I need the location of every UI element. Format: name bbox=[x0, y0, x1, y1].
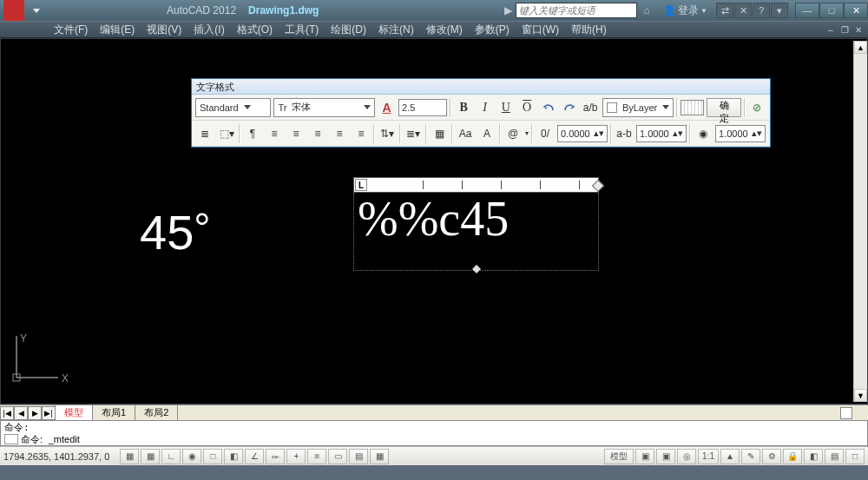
quickview-drawings[interactable]: ▣ bbox=[656, 449, 675, 464]
align-left-button[interactable]: ≡ bbox=[265, 124, 284, 143]
drawing-area[interactable]: ▲▼ 文字格式 Standard Tr宋体 A 2.5 B I U O a/b … bbox=[0, 38, 868, 404]
layout-tab-2[interactable]: 布局2 bbox=[135, 405, 178, 421]
polar-toggle[interactable]: ◉ bbox=[182, 449, 201, 464]
mtext-width-grip-icon[interactable] bbox=[592, 180, 604, 192]
field-button[interactable]: ▦ bbox=[430, 124, 449, 143]
redo-button[interactable] bbox=[560, 98, 578, 117]
annotation-autoscale[interactable]: ✎ bbox=[741, 449, 760, 464]
ducs-toggle[interactable]: ⬰ bbox=[266, 449, 285, 464]
menu-file[interactable]: 文件(F) bbox=[48, 22, 94, 37]
lowercase-button[interactable]: A bbox=[477, 124, 496, 143]
coordinates[interactable]: 1794.2635, 1401.2937, 0 bbox=[3, 451, 109, 462]
sc-toggle[interactable]: ▦ bbox=[370, 449, 389, 464]
italic-button[interactable]: I bbox=[476, 98, 494, 117]
menu-edit[interactable]: 编辑(E) bbox=[94, 22, 141, 37]
ortho-toggle[interactable]: ∟ bbox=[161, 449, 181, 464]
align-center-button[interactable]: ≡ bbox=[286, 124, 306, 143]
bold-button[interactable]: B bbox=[454, 98, 472, 117]
help-icon[interactable]: ? bbox=[753, 3, 770, 18]
oblique-input[interactable]: 0.0000▴▾ bbox=[557, 125, 608, 142]
workspace-switching[interactable]: ⚙ bbox=[762, 449, 781, 464]
menu-format[interactable]: 格式(O) bbox=[231, 22, 279, 37]
columns-button[interactable]: ≣ bbox=[195, 124, 214, 143]
ok-button[interactable]: 确定 bbox=[707, 98, 740, 117]
search-input[interactable] bbox=[519, 5, 634, 16]
font-select[interactable]: Tr宋体 bbox=[273, 98, 374, 117]
layout-tab-model[interactable]: 模型 bbox=[55, 405, 93, 421]
qp-toggle[interactable]: ▤ bbox=[349, 449, 368, 464]
menu-param[interactable]: 参数(P) bbox=[469, 22, 516, 37]
paragraph-button[interactable]: ¶ bbox=[243, 124, 262, 143]
mtext-justify-button[interactable]: ⬚▾ bbox=[217, 124, 236, 143]
toolbar-lock[interactable]: 🔒 bbox=[783, 449, 802, 464]
login-button[interactable]: 👤 登录 ▼ bbox=[663, 3, 707, 18]
layout-nav-first[interactable]: |◀ bbox=[0, 406, 14, 420]
menu-dimension[interactable]: 标注(N) bbox=[372, 22, 420, 37]
align-justify-button[interactable]: ≡ bbox=[330, 124, 349, 143]
stack-button[interactable]: a/b bbox=[582, 98, 600, 117]
app-menu-dropdown-icon[interactable] bbox=[33, 9, 40, 13]
color-select[interactable]: ByLayer bbox=[602, 98, 674, 117]
vertical-scrollbar[interactable]: ▲▼ bbox=[853, 41, 867, 402]
window-close-button[interactable]: ✕ bbox=[844, 3, 868, 18]
mtext-editor[interactable]: L %%c45 bbox=[353, 177, 599, 273]
quickview-layouts[interactable]: ▣ bbox=[635, 449, 654, 464]
snap-toggle[interactable]: ▦ bbox=[120, 449, 139, 464]
overline-button[interactable]: O bbox=[518, 98, 536, 117]
text-format-title[interactable]: 文字格式 bbox=[192, 79, 770, 95]
drawing-text-object[interactable]: 45° bbox=[140, 204, 211, 260]
mtext-height-grip-icon[interactable] bbox=[471, 265, 482, 275]
menu-draw[interactable]: 绘图(D) bbox=[325, 22, 372, 37]
menu-insert[interactable]: 插入(I) bbox=[187, 22, 230, 37]
annotative-icon[interactable]: A bbox=[378, 98, 396, 117]
annotation-scale-icon[interactable]: ◎ bbox=[677, 449, 696, 464]
exchange-icon[interactable]: ⇄ bbox=[716, 3, 733, 18]
uppercase-button[interactable]: Aa bbox=[456, 124, 475, 143]
tracking-input[interactable]: 1.0000▴▾ bbox=[636, 125, 687, 142]
clean-screen[interactable]: □ bbox=[845, 449, 865, 464]
infocenter-icon[interactable]: ⌂ bbox=[639, 3, 654, 18]
doc-minimize-button[interactable]: – bbox=[825, 23, 837, 36]
menu-view[interactable]: 视图(V) bbox=[141, 22, 187, 37]
app-logo-icon[interactable] bbox=[3, 0, 24, 21]
undo-button[interactable] bbox=[539, 98, 557, 117]
search-chevron-icon[interactable]: ▶ bbox=[504, 4, 512, 16]
layout-tab-1[interactable]: 布局1 bbox=[92, 405, 135, 421]
isolate-objects[interactable]: ▤ bbox=[825, 449, 844, 464]
mtext-content[interactable]: %%c45 bbox=[354, 193, 598, 245]
doc-close-button[interactable]: ✕ bbox=[852, 23, 865, 36]
command-handle-icon[interactable] bbox=[4, 434, 18, 444]
menu-help[interactable]: 帮助(H) bbox=[565, 22, 613, 37]
width-factor-input[interactable]: 1.0000▴▾ bbox=[715, 125, 766, 142]
3dosnap-toggle[interactable]: ◧ bbox=[224, 449, 243, 464]
text-style-select[interactable]: Standard bbox=[195, 98, 271, 117]
align-right-button[interactable]: ≡ bbox=[308, 124, 327, 143]
login-dropdown-icon[interactable]: ▼ bbox=[700, 7, 707, 15]
menu-window[interactable]: 窗口(W) bbox=[516, 22, 565, 37]
hardware-accel[interactable]: ◧ bbox=[804, 449, 823, 464]
numbering-button[interactable]: ≣▾ bbox=[404, 124, 423, 143]
menu-tools[interactable]: 工具(T) bbox=[279, 22, 325, 37]
annotation-scale[interactable]: 1:1 bbox=[698, 449, 719, 464]
dyn-toggle[interactable]: + bbox=[286, 449, 306, 464]
linespacing-button[interactable]: ⇅▾ bbox=[378, 124, 397, 143]
menu-modify[interactable]: 修改(M) bbox=[420, 22, 469, 37]
tpy-toggle[interactable]: ▭ bbox=[328, 449, 347, 464]
close-help-icon[interactable]: ✕ bbox=[734, 3, 752, 18]
window-maximize-button[interactable]: □ bbox=[819, 3, 844, 18]
mtext-ruler[interactable]: L bbox=[353, 177, 599, 193]
search-box[interactable] bbox=[516, 3, 637, 18]
symbol-button[interactable]: @ bbox=[503, 124, 523, 143]
otrack-toggle[interactable]: ∠ bbox=[245, 449, 264, 464]
grid-toggle[interactable]: ▦ bbox=[141, 449, 160, 464]
underline-button[interactable]: U bbox=[496, 98, 515, 117]
osnap-toggle[interactable]: □ bbox=[203, 449, 222, 464]
options-button[interactable]: ⊘ bbox=[748, 98, 766, 117]
align-distribute-button[interactable]: ≡ bbox=[352, 124, 371, 143]
mtext-L-marker[interactable]: L bbox=[355, 179, 367, 191]
model-space-button[interactable]: 模型 bbox=[604, 449, 634, 464]
doc-restore-button[interactable]: ❐ bbox=[838, 23, 851, 36]
layout-nav-next[interactable]: ▶ bbox=[28, 406, 42, 420]
command-window[interactable]: 命令: 命令: _mtedit bbox=[0, 420, 868, 446]
lwt-toggle[interactable]: ≡ bbox=[307, 449, 326, 464]
